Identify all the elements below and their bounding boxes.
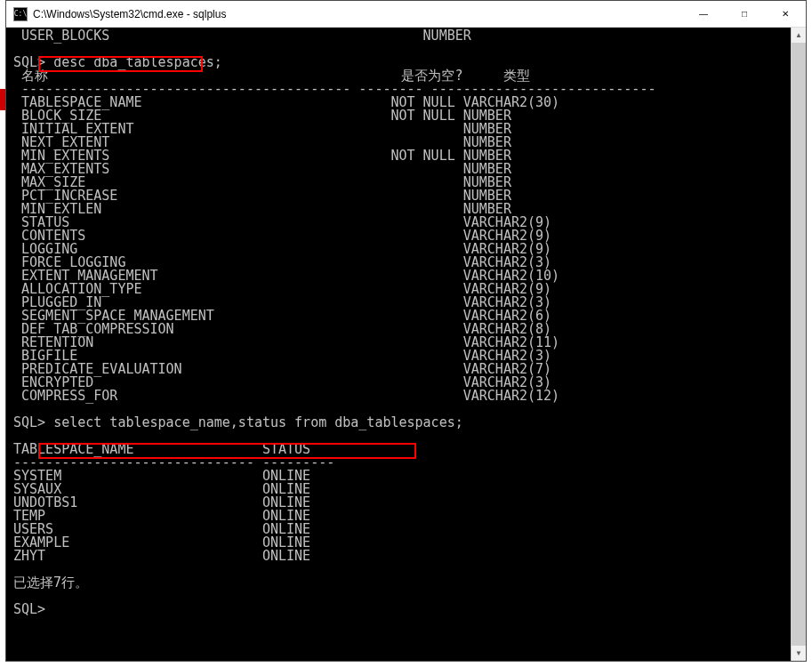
rows-selected: 已选择7行。 [13,576,799,590]
minimize-button[interactable]: — [683,1,724,27]
scroll-down-button[interactable]: ▼ [792,646,806,661]
scroll-up-button[interactable]: ▲ [792,28,806,43]
cmd-icon: C:\ [13,7,28,21]
cmd-window: C:\ C:\Windows\System32\cmd.exe - sqlplu… [5,0,807,662]
output-line [13,590,799,603]
scrollbar-thumb[interactable] [792,43,806,646]
vertical-scrollbar[interactable]: ▲ ▼ [791,28,806,661]
output-line [13,563,799,576]
window-title: C:\Windows\System32\cmd.exe - sqlplus [33,8,683,20]
terminal-output[interactable]: USER_BLOCKS NUMBER SQL> desc dba_tablesp… [6,28,806,661]
close-button[interactable]: ✕ [765,1,806,27]
titlebar[interactable]: C:\ C:\Windows\System32\cmd.exe - sqlplu… [6,1,806,28]
desc-row: COMPRESS_FOR VARCHAR2(12) [13,390,799,403]
maximize-button[interactable]: □ [724,1,765,27]
sql-prompt[interactable]: SQL> [13,603,799,616]
scrollbar-track[interactable] [792,43,806,646]
sql-command-line: SQL> select tablespace_name,status from … [13,416,799,430]
output-line: USER_BLOCKS NUMBER [13,29,799,43]
query-row: ZHYT ONLINE [13,550,799,563]
